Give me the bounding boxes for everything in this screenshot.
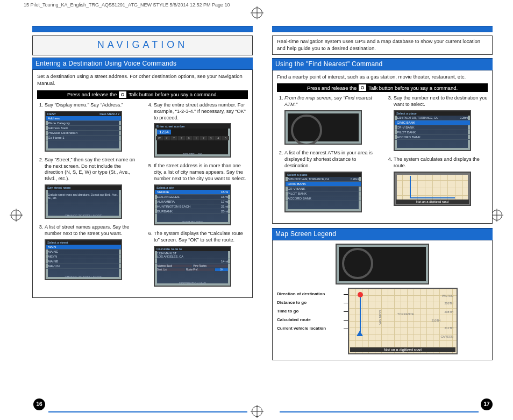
page-number-left: 16 <box>33 398 45 410</box>
legend-time: Time to go <box>277 309 341 314</box>
talk-instruction-bar: Press and release the Talk button before… <box>37 90 248 99</box>
screenshot-select-street: Select a street MAIN MAINE MEYN MAINE MA… <box>45 239 122 280</box>
page-right: Real-time navigation system uses GPS and… <box>272 26 493 360</box>
talk-pre: Press and release the <box>67 91 117 97</box>
page-number-right: 17 <box>481 398 493 410</box>
steps-col-right: Say the entire street address number. Fo… <box>146 102 248 293</box>
legend-route: Calculated route <box>277 317 341 322</box>
step-3: A list of street names appears. Say the … <box>45 224 139 237</box>
chapter-title-box: NAVIGATION <box>32 35 253 55</box>
talk-instruction-bar: Press and release the Talk button before… <box>277 83 488 92</box>
screenshot-steering-wheel <box>284 110 362 145</box>
step-2: Say “Street,” then say the street name o… <box>45 157 139 183</box>
section-heading-find-nearest: Using the "Find Nearest" Command <box>272 58 493 70</box>
screenshot-route-map: Not on a digitized road <box>394 172 471 206</box>
screenshot-select-city: Select a city VENICE 15mi LOS ANGELES 15… <box>154 184 231 225</box>
screenshot-enter-number: Enter street number 1234 WXYZ012345 DELE… <box>154 123 231 158</box>
step-1: Say “Display menu.” Say “Address.” <box>45 102 139 109</box>
screenshot-calculate-route: Calculate route to 1234 MAIN ST LOS ANGE… <box>154 246 231 287</box>
section-body: Find a nearby point of interest, such as… <box>272 70 493 224</box>
screenshot-say-street: Say street name Exclude street types and… <box>45 184 122 219</box>
talk-icon <box>359 84 366 91</box>
footer-accent-bar <box>280 411 479 412</box>
registration-mark-icon <box>252 8 262 18</box>
navigation-overview-box: Real-time navigation system uses GPS and… <box>272 35 493 55</box>
talk-icon <box>119 91 126 98</box>
screenshot-select-place-list: Select a place 3456 CIVIC AVE, TORRANCE,… <box>284 172 362 212</box>
section-intro: Find a nearby point of interest, such as… <box>277 74 488 81</box>
talk-pre: Press and release the <box>307 85 357 91</box>
step-2: A list of the nearest ATMs in your area … <box>284 150 379 169</box>
talk-post: Talk button before you say a command. <box>129 91 218 97</box>
registration-mark-icon <box>252 406 262 417</box>
document-spread: 15 Pilot_Touring_KA_English_TRG_AQS51291… <box>0 0 513 420</box>
page-left: NAVIGATION Entering a Destination Using … <box>32 26 253 360</box>
section-body: Set a destination using a street address… <box>32 70 253 298</box>
steps-col-left: Say “Display menu.” Say “Address.” DESTD… <box>37 102 139 293</box>
section-body-map-legend: Direction of destination Distance to go … <box>272 240 493 360</box>
registration-mark-icon <box>11 210 22 220</box>
chapter-title: NAVIGATION <box>97 39 188 50</box>
map-legend-labels: Direction of destination Distance to go … <box>277 288 341 334</box>
steps-col-right: Say the number next to the destination y… <box>386 95 488 218</box>
section-heading-entering-destination: Entering a Destination Using Voice Comma… <box>32 58 253 70</box>
step-4: The system calculates and displays the r… <box>394 156 488 169</box>
screenshot-select-place-selected: Select a place 1234 PILOT DR, TORRANCE, … <box>394 110 471 151</box>
step-1: From the map screen, say “Find nearest A… <box>284 95 379 108</box>
step-3: Say the number next to the destination y… <box>394 95 488 108</box>
footer-accent-bar <box>48 411 247 412</box>
file-header-meta: 15 Pilot_Touring_KA_English_TRG_AQS51291… <box>24 2 230 8</box>
talk-post: Talk button before you say a command. <box>368 85 458 91</box>
accent-bar <box>272 26 493 32</box>
accent-bar <box>32 26 253 32</box>
steps-col-left: From the map screen, say “Find nearest A… <box>277 95 379 218</box>
destination-marker-icon <box>358 292 363 297</box>
section-intro: Set a destination using a street address… <box>37 73 248 87</box>
section-heading-map-legend: Map Screen Legend <box>272 228 493 240</box>
map-legend-display: VAN NESS TORRANCE 206TH 208TH 210TH 211T… <box>348 288 458 354</box>
vehicle-marker-icon <box>357 331 363 336</box>
legend-distance: Distance to go <box>277 300 341 305</box>
screenshot-dest-menu: DESTDest.MENU 2 Address Place Category A… <box>45 111 122 152</box>
legend-direction: Direction of destination <box>277 291 341 296</box>
legend-vehicle: Current vehicle location <box>277 326 341 331</box>
registration-mark-icon <box>491 210 502 220</box>
step-6: The system displays the “Calculate route… <box>154 231 248 244</box>
step-4: Say the entire street address number. Fo… <box>154 102 248 122</box>
step-5: If the street address is in more than on… <box>154 163 248 182</box>
screenshot-dashboard <box>336 244 429 284</box>
